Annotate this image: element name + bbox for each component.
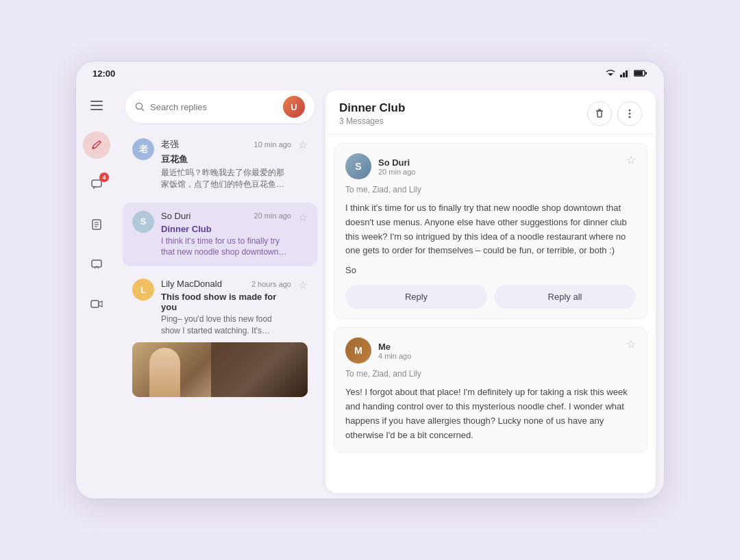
avatar: L <box>132 279 154 301</box>
signal-icon <box>620 69 630 77</box>
star-button[interactable]: ☆ <box>298 138 308 151</box>
video-icon <box>90 299 103 309</box>
status-icons <box>605 69 648 77</box>
notes-icon <box>92 219 101 230</box>
device-frame: 12:00 <box>75 61 665 499</box>
svg-rect-1 <box>620 75 622 77</box>
wifi-icon <box>605 69 616 77</box>
messages-list: 老 老强 10 min ago 豆花鱼 最近忙吗？昨晚我去了你最爱的那家饭馆，点… <box>117 130 323 498</box>
sidebar-item-menu[interactable] <box>83 92 110 119</box>
email-to: To me, Ziad, and Lily <box>345 185 636 194</box>
star-button[interactable]: ☆ <box>626 153 636 166</box>
email-sender-name: So Duri <box>378 157 415 168</box>
star-button[interactable]: ☆ <box>298 279 308 292</box>
message-thumbnail <box>132 342 308 397</box>
msg-preview: I think it's time for us to finally try … <box>161 236 291 259</box>
thread-count: 3 Messages <box>339 116 405 126</box>
menu-icon <box>90 101 103 110</box>
email-body: I think it's time for us to finally try … <box>345 201 636 258</box>
sidebar: 4 <box>76 85 117 498</box>
svg-rect-7 <box>645 72 647 75</box>
svg-marker-0 <box>608 73 613 76</box>
sidebar-item-video[interactable] <box>83 290 110 318</box>
reply-button[interactable]: Reply <box>345 285 487 309</box>
thread-title: Dinner Club <box>339 101 405 115</box>
sender-name: So Duri <box>161 211 190 221</box>
user-avatar[interactable]: U <box>283 96 305 118</box>
battery-icon <box>634 69 648 77</box>
svg-rect-9 <box>90 105 103 106</box>
app-body: 4 <box>76 85 664 498</box>
star-button[interactable]: ☆ <box>626 338 636 351</box>
email-time: 20 min ago <box>378 168 415 176</box>
sidebar-item-chat[interactable]: 4 <box>83 171 110 199</box>
msg-time: 2 hours ago <box>251 280 291 288</box>
svg-point-23 <box>629 110 631 112</box>
thread-body: S So Duri 20 min ago ☆ To me, Ziad, and … <box>325 135 656 493</box>
more-icon <box>628 108 631 119</box>
sender-name: Lily MacDonald <box>161 279 222 289</box>
avatar: S <box>345 153 371 179</box>
email-body: Yes! I forgot about that place! I'm defi… <box>345 385 636 442</box>
message-list-panel: U 老 老强 10 min ago 豆花鱼 最近忙吗？昨晚我去了你最 <box>117 85 323 498</box>
status-time: 12:00 <box>92 68 115 79</box>
svg-rect-3 <box>626 71 628 77</box>
sidebar-item-notes[interactable] <box>83 211 110 238</box>
avatar: S <box>132 211 154 233</box>
msg-time: 20 min ago <box>254 212 291 220</box>
email-time: 4 min ago <box>378 352 411 360</box>
email-to: To me, Ziad, and Lily <box>345 369 636 379</box>
svg-rect-4 <box>628 69 630 77</box>
delete-button[interactable] <box>587 101 612 126</box>
svg-point-24 <box>629 113 631 115</box>
svg-point-25 <box>629 116 631 118</box>
reply-all-button[interactable]: Reply all <box>494 285 636 309</box>
thread-header: Dinner Club 3 Messages <box>325 90 656 135</box>
trash-icon <box>594 108 605 119</box>
search-input[interactable] <box>150 102 278 112</box>
email-card: S So Duri 20 min ago ☆ To me, Ziad, and … <box>334 143 648 319</box>
star-button[interactable]: ☆ <box>298 211 308 224</box>
msg-subject: Dinner Club <box>161 224 291 234</box>
msg-subject: This food show is made for you <box>161 292 291 312</box>
sidebar-item-message[interactable] <box>83 251 110 278</box>
sender-name: 老强 <box>161 138 179 151</box>
compose-icon <box>91 140 102 151</box>
email-card: M Me 4 min ago ☆ To me, Ziad, and Lily Y… <box>334 327 648 453</box>
email-sender-name: Me <box>378 342 411 352</box>
avatar: 老 <box>132 138 154 160</box>
email-signature: So <box>345 265 636 275</box>
email-thread-panel: Dinner Club 3 Messages <box>325 90 656 493</box>
search-bar: U <box>125 90 314 123</box>
msg-preview: 最近忙吗？昨晚我去了你最爱的那家饭馆，点了他们的特色豆花鱼，吃着吃着就想你了。 <box>161 167 291 190</box>
more-options-button[interactable] <box>617 101 642 126</box>
svg-rect-8 <box>90 101 103 102</box>
chat-badge: 4 <box>99 173 109 182</box>
list-item[interactable]: S So Duri 20 min ago Dinner Club I think… <box>123 203 317 267</box>
message-icon <box>91 259 102 270</box>
svg-line-19 <box>142 109 145 112</box>
svg-point-18 <box>136 103 143 110</box>
msg-subject: 豆花鱼 <box>161 153 291 166</box>
list-item[interactable]: 老 老强 10 min ago 豆花鱼 最近忙吗？昨晚我去了你最爱的那家饭馆，点… <box>123 130 317 199</box>
sidebar-item-compose[interactable] <box>83 131 110 159</box>
reply-actions: Reply Reply all <box>345 285 636 309</box>
search-icon <box>135 102 145 112</box>
svg-rect-2 <box>623 73 625 77</box>
svg-rect-6 <box>634 71 643 75</box>
msg-preview: Ping– you'd love this new food show I st… <box>161 314 291 337</box>
svg-rect-10 <box>90 109 103 110</box>
svg-rect-11 <box>92 180 101 187</box>
thread-actions <box>587 101 642 126</box>
list-item[interactable]: L Lily MacDonald 2 hours ago This food s… <box>123 270 317 405</box>
svg-rect-20 <box>597 111 602 117</box>
msg-time: 10 min ago <box>254 140 291 149</box>
status-bar: 12:00 <box>76 62 664 85</box>
avatar: M <box>345 338 371 364</box>
svg-rect-17 <box>91 301 99 307</box>
